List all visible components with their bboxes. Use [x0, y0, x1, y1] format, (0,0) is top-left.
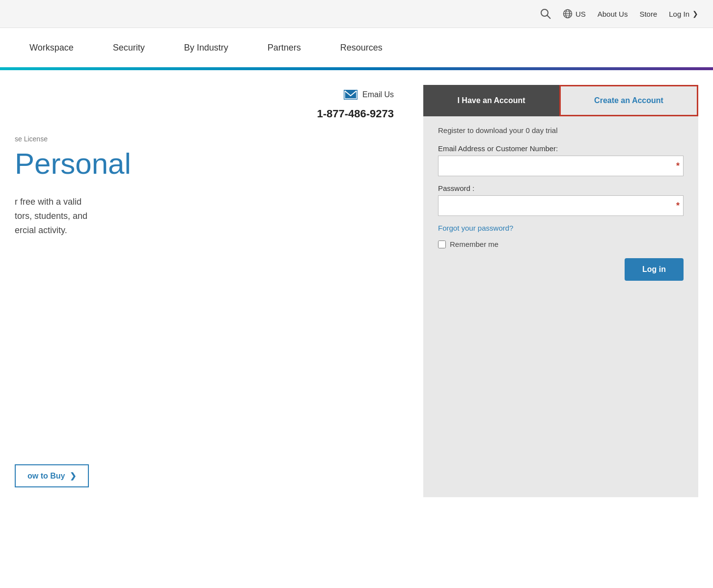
top-nav: US About Us Store Log In ❯ [0, 0, 713, 28]
login-panel: I Have an Account Create an Account Regi… [423, 85, 698, 497]
sidebar-item-workspace[interactable]: Workspace [10, 28, 93, 67]
email-field[interactable] [438, 156, 684, 176]
email-us-row: Email Us [15, 90, 423, 100]
remember-me-label: Remember me [450, 240, 498, 248]
svg-line-1 [547, 15, 550, 19]
phone-row: 1-877-486-9273 [15, 107, 423, 120]
login-btn-row: Log in [438, 258, 684, 281]
main-nav: Workspace Security By Industry Partners … [0, 28, 713, 67]
email-label: Email Address or Customer Number: [438, 144, 684, 153]
email-input-wrap: * [438, 156, 684, 176]
password-input-wrap: * [438, 195, 684, 216]
password-label: Password : [438, 184, 684, 192]
login-link[interactable]: Log In ❯ [669, 10, 698, 18]
email-icon [344, 90, 357, 100]
store-link[interactable]: Store [639, 10, 657, 18]
email-us-text: Email Us [362, 90, 394, 99]
phone-number: 1-877-486-9273 [317, 107, 394, 120]
password-field[interactable] [438, 195, 684, 216]
email-required-star: * [676, 161, 680, 171]
forgot-password-link[interactable]: Forgot your password? [438, 224, 684, 232]
remember-me-row: Remember me [438, 240, 684, 248]
chevron-right-icon: ❯ [70, 471, 76, 481]
svg-point-0 [541, 9, 548, 16]
how-to-buy-button[interactable]: ow to Buy ❯ [15, 464, 89, 487]
login-button[interactable]: Log in [625, 258, 684, 281]
login-arrow: ❯ [692, 10, 698, 18]
page-title: Personal [15, 148, 423, 180]
sidebar-item-resources[interactable]: Resources [321, 28, 402, 67]
page-content: Email Us 1-877-486-9273 se License Perso… [0, 70, 713, 512]
password-required-star: * [676, 201, 680, 211]
form-content: Register to download your 0 day trial Em… [423, 116, 698, 286]
tab-have-account[interactable]: I Have an Account [423, 85, 559, 116]
tab-row: I Have an Account Create an Account [423, 85, 698, 116]
register-text: Register to download your 0 day trial [438, 126, 684, 134]
hero-body-text: r free with a valid tors, students, and … [15, 195, 182, 237]
region-selector[interactable]: US [563, 9, 586, 19]
about-us-link[interactable]: About Us [598, 10, 628, 18]
sidebar-item-partners[interactable]: Partners [248, 28, 321, 67]
tab-create-account[interactable]: Create an Account [559, 85, 698, 116]
sidebar-item-by-industry[interactable]: By Industry [165, 28, 248, 67]
region-label: US [576, 10, 586, 18]
left-panel: Email Us 1-877-486-9273 se License Perso… [0, 70, 423, 512]
sidebar-item-security[interactable]: Security [93, 28, 165, 67]
breadcrumb: se License [15, 135, 423, 143]
remember-me-checkbox[interactable] [438, 241, 446, 248]
search-button[interactable] [540, 8, 551, 19]
